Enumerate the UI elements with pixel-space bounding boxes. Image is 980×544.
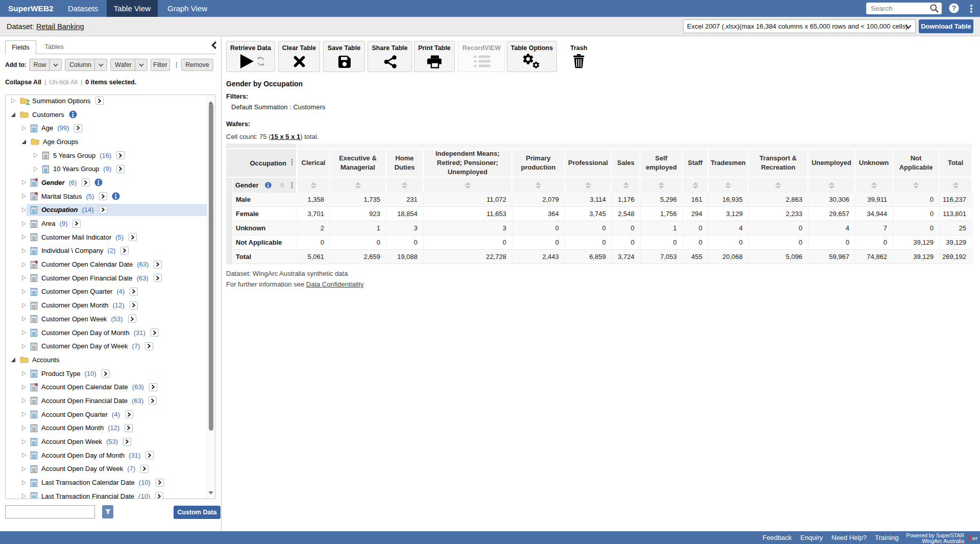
svg-text:?: ? [952, 4, 957, 12]
